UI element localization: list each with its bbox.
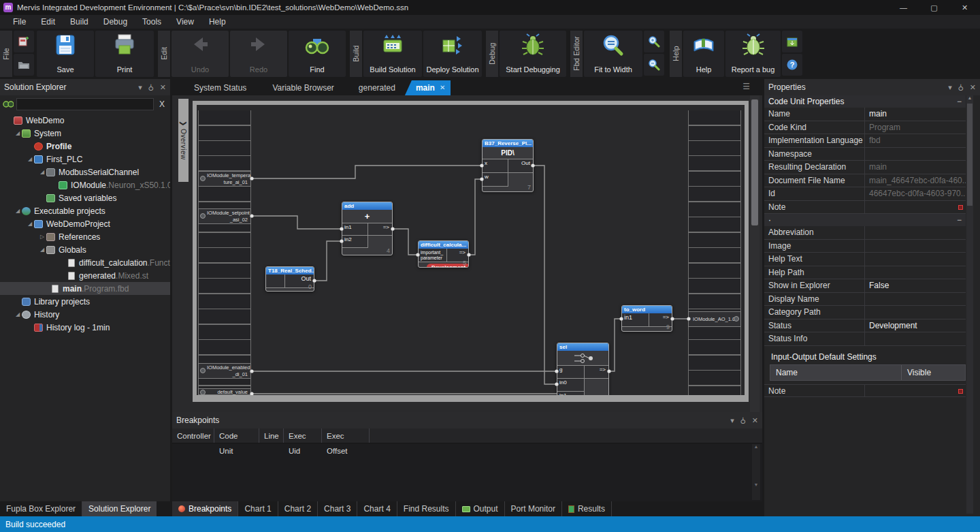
left-splitter[interactable] xyxy=(170,79,172,516)
col-controller[interactable]: Controller xyxy=(172,428,214,443)
undo-button[interactable]: Undo xyxy=(172,31,229,77)
note-indicator-icon[interactable] xyxy=(958,205,963,210)
fbd-block-add[interactable]: add + in1 in2 => 4 xyxy=(342,202,393,255)
section-misc[interactable]: ·− xyxy=(764,214,966,226)
prop-row-code-kind[interactable]: Code KindProgram xyxy=(764,121,966,135)
deploy-solution-button[interactable]: Deploy Solution xyxy=(423,31,482,77)
tab-fupla-box-explorer[interactable]: Fupla Box Explorer xyxy=(0,501,82,516)
properties-scrollbar[interactable]: ▲ xyxy=(966,95,973,514)
prop-row-help-text[interactable]: Help Text xyxy=(764,253,966,266)
canvas-vertical-scrollbar[interactable] xyxy=(750,95,760,412)
overview-tab[interactable]: ❯ Overview xyxy=(178,99,189,182)
prop-row-resulting-declaration[interactable]: Resulting Declarationmain xyxy=(764,161,966,174)
prop-row-io-note[interactable]: Note xyxy=(764,384,966,398)
tab-main-active[interactable]: main ✕ xyxy=(405,80,451,95)
tree-item-difficult-calculation[interactable]: difficult_calculation.Function xyxy=(0,256,170,269)
minimize-button[interactable]: — xyxy=(888,0,919,15)
find-button[interactable]: Find xyxy=(289,31,346,77)
close-panel-icon[interactable]: ✕ xyxy=(160,83,166,92)
col-code-unit[interactable]: Code Unit xyxy=(214,428,259,443)
tree-item-webdemo[interactable]: WebDemo xyxy=(0,114,170,127)
clear-search-button[interactable]: X xyxy=(154,99,170,109)
tab-variable-browser[interactable]: Variable Browser xyxy=(272,80,333,95)
menu-tools[interactable]: Tools xyxy=(135,15,169,29)
tab-chart-3[interactable]: Chart 3 xyxy=(318,501,357,516)
collapse-icon[interactable]: − xyxy=(957,215,962,225)
fbd-block-pid[interactable]: B37_Reverse_Pl... PID\ x w Out 7 xyxy=(482,139,534,192)
io-label-default-value[interactable]: default_value xyxy=(198,388,251,395)
panel-menu-icon[interactable]: ▾ xyxy=(948,83,952,92)
prop-row-category-path[interactable]: Category Path xyxy=(764,306,966,319)
expander-icon[interactable]: ◢ xyxy=(38,247,46,253)
prop-row-name[interactable]: Namemain xyxy=(764,108,966,121)
col-line[interactable]: Line xyxy=(259,428,284,443)
save-button[interactable]: Save xyxy=(37,31,94,77)
right-splitter[interactable] xyxy=(762,79,764,516)
expander-icon[interactable]: ◢ xyxy=(38,169,46,175)
prop-row-show-in-explorer[interactable]: Show in ExplorerFalse xyxy=(764,279,966,293)
close-panel-icon[interactable]: ✕ xyxy=(752,416,758,425)
section-code-unit-properties[interactable]: Code Unit Properties− xyxy=(764,95,966,108)
fbd-block-sel[interactable]: sel g in0 in1 => xyxy=(557,343,609,395)
fbd-block-difficult-calculation[interactable]: difficult_calcula... important_parameter… xyxy=(418,240,469,268)
tree-item-executable-projects[interactable]: ◢Executable projects xyxy=(0,204,170,217)
prop-row-display-name[interactable]: Display Name xyxy=(764,293,966,307)
close-button[interactable]: ✕ xyxy=(949,0,980,15)
diagram-surface[interactable]: IOModule_temperature_ai_01 IOModule_setp… xyxy=(197,105,745,395)
fbd-block-to-word[interactable]: to_word in1 => 9 xyxy=(621,305,672,332)
tab-output[interactable]: Output xyxy=(456,501,505,516)
tree-item-iomodule[interactable]: IOModule.Neuron_xS50.1.0.v xyxy=(0,178,170,191)
prop-row-abbreviation[interactable]: Abbreviation xyxy=(764,226,966,240)
menu-build[interactable]: Build xyxy=(63,15,96,29)
prop-row-help-path[interactable]: Help Path xyxy=(764,266,966,280)
note-indicator-icon[interactable] xyxy=(958,389,963,394)
open-button[interactable] xyxy=(14,54,34,76)
io-label-enabled[interactable]: IOModule_enabled_di_01 xyxy=(198,363,251,379)
maximize-button[interactable]: ▢ xyxy=(919,0,949,15)
expander-icon[interactable]: ◢ xyxy=(14,130,22,136)
tree-item-globals[interactable]: ◢Globals xyxy=(0,243,170,256)
tab-find-results[interactable]: Find Results xyxy=(397,501,456,516)
breakpoints-scrollbar[interactable]: ▲▼ xyxy=(752,444,760,500)
collapse-icon[interactable]: − xyxy=(957,97,962,106)
fbd-block-t18-scheduler[interactable]: T18_Real_Sched... Out 0 xyxy=(265,266,314,292)
print-button[interactable]: Print xyxy=(95,31,154,77)
tree-item-generated[interactable]: generated.Mixed.st xyxy=(0,269,170,282)
menu-view[interactable]: View xyxy=(169,15,201,29)
prop-row-namespace[interactable]: Namespace xyxy=(764,148,966,161)
tab-system-status[interactable]: System Status xyxy=(194,80,246,95)
prop-row-image[interactable]: Image xyxy=(764,240,966,253)
expander-icon[interactable]: ◢ xyxy=(14,208,22,214)
close-panel-icon[interactable]: ✕ xyxy=(970,83,976,92)
col-visible[interactable]: Visible xyxy=(902,365,931,380)
zoom-in-button[interactable] xyxy=(644,31,664,52)
report-bug-button[interactable]: Report a bug xyxy=(725,31,781,77)
panel-menu-icon[interactable]: ▾ xyxy=(138,83,142,92)
tab-results[interactable]: Results xyxy=(562,501,612,516)
prop-row-id[interactable]: Id46647ebc-d0fa-4603-970... xyxy=(764,187,966,201)
prop-row-status[interactable]: StatusDevelopment xyxy=(764,319,966,333)
tab-chart-2[interactable]: Chart 2 xyxy=(278,501,318,516)
pin-icon[interactable]: ⚲ xyxy=(740,416,746,425)
tree-item-main-program[interactable]: main.Program.fbd xyxy=(0,282,170,295)
expander-icon[interactable]: ◢ xyxy=(26,156,34,162)
tab-generated[interactable]: generated xyxy=(359,80,395,95)
prop-row-document-file-name[interactable]: Document File Namemain_46647ebc-d0fa-460… xyxy=(764,174,966,188)
pin-icon[interactable]: ⚲ xyxy=(958,83,964,92)
tab-chart-4[interactable]: Chart 4 xyxy=(357,501,397,516)
pin-icon[interactable]: ⚲ xyxy=(148,83,154,92)
expander-icon[interactable]: ◢ xyxy=(14,311,22,317)
col-exec-offset[interactable]: Exec Offset xyxy=(322,428,370,443)
build-solution-button[interactable]: Build Solution xyxy=(363,31,422,77)
col-exec-uid[interactable]: Exec Uid xyxy=(284,428,322,443)
menu-file[interactable]: File xyxy=(5,15,33,29)
col-name[interactable]: Name xyxy=(770,365,902,380)
tree-item-library-projects[interactable]: Library projects xyxy=(0,295,170,308)
io-label-temperature[interactable]: IOModule_temperature_ai_01 xyxy=(198,171,251,187)
zoom-out-button[interactable] xyxy=(644,54,664,76)
io-label-setpoint[interactable]: IOModule_setpoint_asi_02 xyxy=(198,208,251,224)
panel-menu-icon[interactable]: ▾ xyxy=(730,416,734,425)
tab-breakpoints[interactable]: Breakpoints xyxy=(172,501,238,516)
scrollbar-thumb[interactable] xyxy=(967,104,973,206)
prop-row-implementation-language[interactable]: Implementation Languagefbd xyxy=(764,134,966,148)
